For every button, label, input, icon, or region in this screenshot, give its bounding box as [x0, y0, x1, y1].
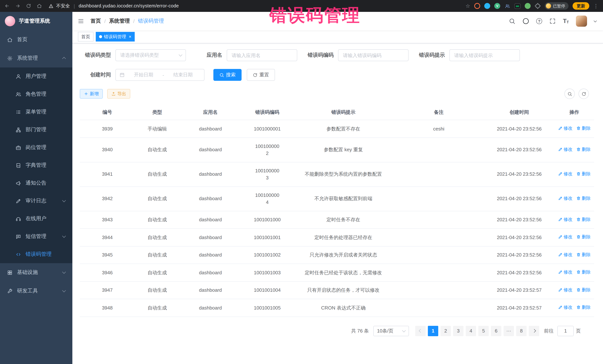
- tag-active[interactable]: 错误码管理×: [96, 32, 135, 42]
- font-size-icon[interactable]: TT: [563, 18, 569, 24]
- edit-link[interactable]: 修改: [558, 170, 572, 177]
- sidebar-item-dev-tools[interactable]: 研发工具: [0, 282, 72, 300]
- delete-link[interactable]: 删除: [576, 170, 591, 177]
- tag-close-icon[interactable]: ×: [129, 34, 131, 39]
- docs-question-icon[interactable]: ?: [536, 18, 542, 24]
- paused-badge[interactable]: 已暂停: [545, 2, 568, 10]
- avatar-caret-icon[interactable]: [594, 19, 597, 22]
- app-name-input[interactable]: [227, 49, 297, 61]
- pagination-ellipsis[interactable]: ···: [504, 326, 514, 336]
- extension-icon-blue[interactable]: [484, 3, 490, 9]
- browser-menu-icon[interactable]: ⋮: [593, 3, 599, 9]
- delete-link[interactable]: 删除: [576, 286, 591, 293]
- sidebar-item-dept-management[interactable]: 部门管理: [0, 121, 72, 139]
- extensions-puzzle-icon[interactable]: [535, 3, 541, 9]
- delete-link[interactable]: 删除: [576, 251, 591, 258]
- app-logo[interactable]: 芋道管理系统: [0, 12, 72, 30]
- browser-home-icon[interactable]: [37, 3, 42, 9]
- page-button-1[interactable]: 1: [428, 326, 438, 336]
- breadcrumb-item[interactable]: 错误码管理: [138, 18, 164, 24]
- sidebar-item-notice-management[interactable]: 通知公告: [0, 174, 72, 192]
- edit-link[interactable]: 修改: [558, 125, 572, 132]
- delete-link[interactable]: 删除: [576, 216, 591, 223]
- page-content: 错误码类型 请选择错误码类型 应用名 错误码编码: [72, 43, 603, 364]
- sidebar-item-home[interactable]: 首页: [0, 30, 72, 49]
- edit-link[interactable]: 修改: [558, 146, 572, 153]
- add-button[interactable]: 新增: [80, 89, 103, 99]
- extension-icon-on[interactable]: on: [514, 3, 521, 9]
- page-button-2[interactable]: 2: [441, 326, 451, 336]
- error-type-select[interactable]: 请选择错误码类型: [116, 49, 186, 61]
- delete-link[interactable]: 删除: [576, 125, 591, 132]
- delete-link[interactable]: 删除: [576, 146, 591, 153]
- breadcrumb-item[interactable]: 系统管理: [109, 18, 130, 24]
- delete-label: 删除: [582, 125, 591, 132]
- page-button-5[interactable]: 5: [478, 326, 489, 336]
- extension-icon-green[interactable]: [525, 3, 531, 9]
- hamburger-icon[interactable]: [78, 18, 84, 24]
- cell-app: dashboard: [180, 166, 241, 183]
- next-page-button[interactable]: [529, 326, 539, 336]
- delete-link[interactable]: 删除: [576, 195, 591, 202]
- cell-id: 3942: [80, 190, 135, 207]
- extension-icon-people[interactable]: [504, 3, 510, 9]
- export-button[interactable]: 导出: [107, 89, 130, 99]
- toggle-search-button[interactable]: [564, 88, 575, 99]
- update-button[interactable]: 更新: [573, 2, 589, 10]
- delete-link[interactable]: 删除: [576, 269, 591, 276]
- tag-item[interactable]: 首页: [78, 32, 93, 42]
- prev-page-button[interactable]: [415, 326, 426, 336]
- address-bar[interactable]: 不安全 | dashboard.yudao.iocoder.cn/system/…: [49, 3, 179, 9]
- sidebar-item-label: 字典管理: [26, 162, 46, 169]
- page-size-select[interactable]: 10条/页: [373, 326, 409, 336]
- sidebar-item-role-management[interactable]: 角色管理: [0, 85, 72, 103]
- edit-link[interactable]: 修改: [558, 304, 572, 311]
- edit-link[interactable]: 修改: [558, 195, 572, 202]
- column-header: 应用名: [180, 105, 241, 120]
- error-code-input[interactable]: [338, 49, 408, 61]
- delete-link[interactable]: 删除: [576, 304, 591, 311]
- sidebar-item-infrastructure[interactable]: 基础设施: [0, 263, 72, 282]
- sidebar-item-menu-management[interactable]: 菜单管理: [0, 103, 72, 121]
- github-icon[interactable]: [522, 18, 529, 24]
- sidebar-item-online-users[interactable]: 在线用户: [0, 210, 72, 228]
- page-button-6[interactable]: 6: [491, 326, 501, 336]
- page-button-4[interactable]: 4: [466, 326, 476, 336]
- forward-icon[interactable]: [15, 3, 20, 9]
- chevron-down-icon: [62, 199, 66, 202]
- page-button-8[interactable]: 8: [516, 326, 527, 336]
- back-icon[interactable]: [4, 3, 10, 9]
- page-button-3[interactable]: 3: [453, 326, 464, 336]
- header-search-icon[interactable]: [509, 18, 515, 24]
- edit-link[interactable]: 修改: [558, 269, 572, 276]
- error-hint-input[interactable]: [449, 49, 520, 61]
- fullscreen-icon[interactable]: [549, 18, 556, 24]
- bookmark-star-icon[interactable]: ☆: [465, 3, 470, 9]
- sidebar-item-system-management[interactable]: 系统管理: [0, 49, 72, 67]
- screenshot-root: 不安全 | dashboard.yudao.iocoder.cn/system/…: [0, 0, 603, 364]
- sidebar-item-audit-log[interactable]: 审计日志: [0, 192, 72, 210]
- sidebar-item-sms-management[interactable]: 短信管理: [0, 228, 72, 245]
- edit-link[interactable]: 修改: [558, 216, 572, 223]
- sidebar-item-dict-management[interactable]: 字典管理: [0, 156, 72, 174]
- sidebar-item-label: 系统管理: [17, 55, 38, 62]
- cell-hint: 只允许修改为开启或者关闭状态: [293, 246, 394, 263]
- edit-link[interactable]: 修改: [558, 233, 572, 240]
- reset-button[interactable]: 重置: [247, 69, 275, 81]
- vue-devtools-icon[interactable]: V: [494, 3, 500, 9]
- edit-link[interactable]: 修改: [558, 251, 572, 258]
- goto-page-input[interactable]: [557, 326, 574, 336]
- refresh-table-button[interactable]: [579, 88, 589, 99]
- sidebar-item-post-management[interactable]: 岗位管理: [0, 139, 72, 156]
- sidebar-item-user-management[interactable]: 用户管理: [0, 67, 72, 85]
- sidebar-item-error-code-management[interactable]: 错误码管理: [0, 245, 72, 263]
- edit-link[interactable]: 修改: [558, 286, 572, 293]
- extension-icon-orange[interactable]: [474, 3, 480, 9]
- create-time-range-picker[interactable]: 开始日期 - 结束日期: [116, 69, 204, 81]
- breadcrumb-item[interactable]: 首页: [91, 18, 101, 24]
- delete-link[interactable]: 删除: [576, 233, 591, 240]
- search-button[interactable]: 搜索: [213, 69, 242, 81]
- reload-icon[interactable]: [26, 3, 31, 9]
- cell-app: dashboard: [180, 120, 241, 137]
- user-avatar[interactable]: [576, 16, 587, 27]
